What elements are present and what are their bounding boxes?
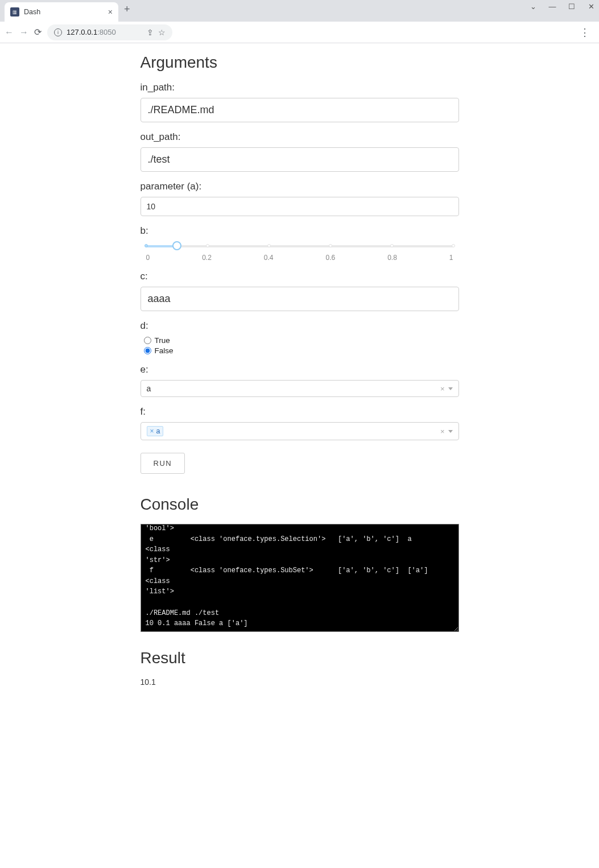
in-path-label: in_path:	[141, 82, 459, 93]
f-chips: ×a	[147, 426, 437, 436]
close-window-icon[interactable]: ✕	[586, 2, 596, 11]
b-slider[interactable]	[146, 241, 453, 251]
share-icon[interactable]: ⇪	[147, 28, 154, 37]
e-select[interactable]: a ×	[141, 380, 459, 397]
slider-mark-dot	[390, 244, 394, 247]
b-label: b:	[141, 225, 459, 237]
slider-mark-label: 0.2	[202, 254, 212, 262]
result-value: 10.1	[141, 677, 459, 687]
address-bar: ← → ⟳ i 127.0.0.1:8050 ⇪ ☆ ⋮	[0, 22, 599, 43]
slider-mark-dot	[144, 244, 148, 247]
arguments-heading: Arguments	[141, 53, 459, 72]
chevron-down-icon[interactable]: ⌄	[528, 2, 538, 11]
run-button[interactable]: RUN	[141, 453, 185, 474]
url-host: 127.0.0.1	[67, 28, 97, 36]
c-input[interactable]	[141, 287, 459, 311]
page-content: Arguments in_path: out_path: parameter (…	[141, 53, 459, 687]
site-info-icon[interactable]: i	[54, 28, 62, 36]
slider-mark-label: 1	[449, 254, 453, 262]
url-input[interactable]: i 127.0.0.1:8050 ⇪ ☆	[47, 24, 172, 40]
d-radio[interactable]	[144, 347, 151, 354]
console-output[interactable]: 'str'> out_path <class 'oneface.types.Ou…	[141, 524, 459, 632]
f-clear-icon[interactable]: ×	[440, 427, 445, 436]
a-input[interactable]	[141, 197, 459, 216]
f-chip[interactable]: ×a	[147, 426, 164, 436]
browser-tab[interactable]: ▥ Dash ×	[5, 2, 118, 22]
slider-mark-label: 0.6	[325, 254, 335, 262]
result-heading: Result	[141, 649, 459, 667]
e-label: e:	[141, 364, 459, 375]
slider-rail	[146, 245, 453, 247]
browser-tab-strip: ▥ Dash × + ⌄ — ☐ ✕	[0, 0, 599, 22]
reload-icon[interactable]: ⟳	[34, 27, 42, 38]
d-radio-label: False	[155, 346, 173, 355]
d-label: d:	[141, 320, 459, 332]
slider-mark-label: 0.4	[264, 254, 274, 262]
slider-mark-dot	[206, 244, 209, 247]
d-radio[interactable]	[144, 337, 151, 344]
chip-label: a	[156, 427, 160, 435]
out-path-label: out_path:	[141, 131, 459, 143]
f-label: f:	[141, 406, 459, 418]
slider-marks: 00.20.40.60.81	[146, 254, 453, 262]
a-label: parameter (a):	[141, 181, 459, 192]
d-option-true[interactable]: True	[144, 336, 459, 345]
f-multiselect[interactable]: ×a ×	[141, 422, 459, 440]
browser-menu-icon[interactable]: ⋮	[580, 26, 590, 39]
slider-mark-label: 0.8	[387, 254, 397, 262]
minimize-icon[interactable]: —	[548, 2, 557, 11]
slider-handle[interactable]	[172, 241, 181, 250]
d-radio-label: True	[155, 336, 170, 345]
tab-title: Dash	[24, 8, 104, 16]
slider-mark-label: 0	[146, 254, 150, 262]
e-value: a	[147, 384, 437, 393]
close-tab-icon[interactable]: ×	[108, 7, 113, 16]
bookmark-star-icon[interactable]: ☆	[158, 28, 166, 37]
window-controls: ⌄ — ☐ ✕	[528, 2, 596, 11]
new-tab-button[interactable]: +	[124, 3, 130, 15]
back-icon[interactable]: ←	[5, 27, 14, 38]
chip-remove-icon[interactable]: ×	[150, 427, 154, 435]
c-label: c:	[141, 271, 459, 282]
e-caret-icon[interactable]	[448, 387, 453, 390]
slider-mark-dot	[267, 244, 271, 247]
f-caret-icon[interactable]	[448, 430, 453, 433]
e-clear-icon[interactable]: ×	[440, 385, 445, 393]
slider-mark-dot	[329, 244, 332, 247]
maximize-icon[interactable]: ☐	[567, 2, 576, 11]
favicon: ▥	[10, 7, 19, 16]
in-path-input[interactable]	[141, 98, 459, 122]
console-heading: Console	[141, 495, 459, 514]
out-path-input[interactable]	[141, 147, 459, 172]
slider-mark-dot	[452, 244, 455, 247]
d-option-false[interactable]: False	[144, 346, 459, 355]
url-port: :8050	[97, 28, 116, 36]
forward-icon[interactable]: →	[19, 27, 28, 38]
